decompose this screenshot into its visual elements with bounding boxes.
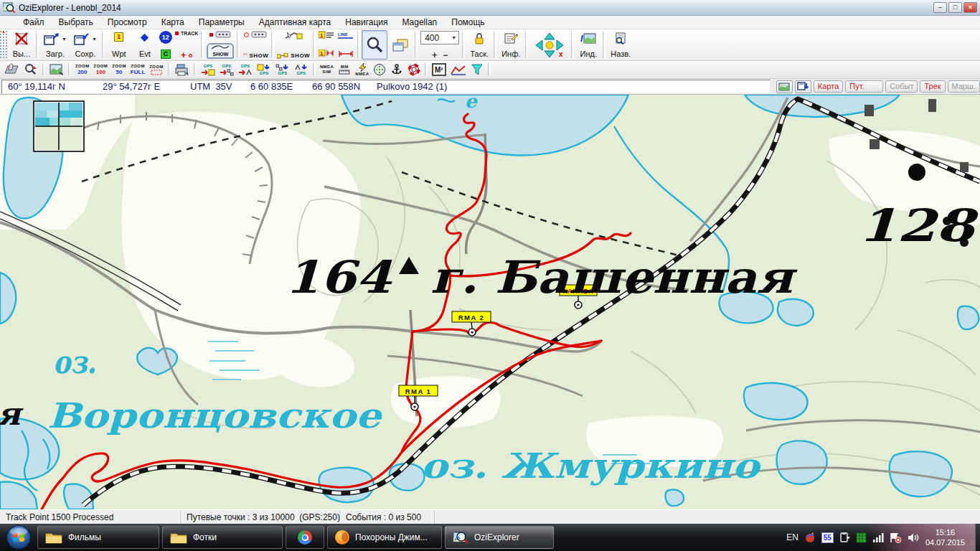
utm-zone-value: UTM 35V [190,81,250,92]
zoom-100-button[interactable]: ZOOM 100 [92,62,110,77]
menu-options[interactable]: Параметры [192,16,252,29]
svg-text:1: 1 [320,32,324,39]
menu-magellan[interactable]: Magellan [395,16,445,29]
gps-to-track-button[interactable]: GPS [217,62,236,77]
menu-select[interactable]: Выбрать [52,16,100,29]
nmea-monitor-button[interactable]: NMEA [353,62,371,77]
show-desktop-button[interactable] [975,524,980,551]
zoom-level-select[interactable]: 400 ▼ [420,31,459,44]
filter-button[interactable] [468,62,486,77]
volume-tray-icon[interactable] [908,532,920,543]
track-control-icon [215,31,231,38]
menu-map[interactable]: Карта [154,16,192,29]
waypoint-mode-button[interactable]: 1 Wpt [106,30,132,60]
map-viewport[interactable]: RMA 2 RMA 1 КАНАВА 164 г. Башенная [0,95,980,509]
menu-adaptive-map[interactable]: Адаптивная карта [252,16,339,29]
index-map-button[interactable]: I Инд. [575,30,601,60]
menu-navigation[interactable]: Навигация [338,16,395,29]
close-map-button[interactable]: Вы... [9,30,34,60]
map-overview-widget[interactable] [34,101,84,151]
map-image-button[interactable] [776,80,793,93]
map-scale-button[interactable]: M² [430,62,448,77]
info-button[interactable]: Инф. [498,30,524,60]
save-button[interactable]: ▼ Сохр. [70,30,100,60]
panel-button-route[interactable]: Марш. [948,80,980,93]
clipboard-tray-icon[interactable] [839,532,850,543]
svg-text:x: x [559,50,563,58]
zoom-window-button[interactable]: ZOOM [147,62,166,77]
show-waypoints-button[interactable]: °° SHOW [241,30,270,60]
profile-chart-button[interactable] [448,62,468,77]
toolbar-separator [201,32,204,58]
anchor-button[interactable] [388,62,405,77]
show-track-button[interactable]: SHOW [205,30,235,60]
pan-control[interactable]: x [529,30,570,60]
action-center-tray-icon[interactable] [890,532,902,543]
dropdown-arrow-icon[interactable]: ▼ [62,37,67,42]
route-to-gps-button[interactable]: GPS [292,62,311,77]
language-indicator[interactable]: EN [786,532,798,542]
zoom-200-button[interactable]: ZOOM 200 [73,62,92,77]
panel-button-waypoints[interactable]: Пут. точ. [845,80,883,93]
secondary-toolbar: ZOOM 200 ZOOM 100 ZOOM 50 ZOOM FULL ZOOM [0,61,980,79]
panel-button-track[interactable]: Трек [920,80,945,93]
magnifier-tool-button[interactable] [362,30,387,60]
line-tool-buttons[interactable]: LINE [336,30,356,60]
panel-button-events[interactable]: Событ [885,80,918,93]
map-canvas[interactable]: RMA 2 RMA 1 КАНАВА 164 г. Башенная [0,95,980,509]
find-position-button[interactable] [22,62,40,77]
taskbar-item-chrome[interactable] [286,526,324,549]
nmea-sim-button[interactable]: NMEA SIM [318,62,336,77]
waypoint-down-icon [257,64,271,71]
moving-map-button[interactable]: MM [336,62,353,77]
waypoint-to-gps-button[interactable]: GPS [255,62,273,77]
show-track-toggle[interactable]: SHOW [207,43,234,59]
save-position-button[interactable] [795,80,811,93]
status-bar: Track Point 1500 Processed Путевые точки… [0,509,980,524]
menu-help[interactable]: Помощь [444,16,491,29]
maximize-button[interactable]: □ [948,2,962,13]
drag-map-button[interactable] [1,62,22,77]
grid-tray-icon[interactable] [856,532,867,543]
zoom-full-button[interactable]: ZOOM FULL [128,62,147,77]
northing-value: 66 90 558N [312,81,377,92]
zoom-50-button[interactable]: ZOOM 50 [110,62,128,77]
gps-to-route-button[interactable]: GPS [236,62,255,77]
taskbar-item-movies[interactable]: Фильмы [37,526,159,549]
menu-file[interactable]: Файл [16,16,52,29]
task-button[interactable]: Таск. [466,30,492,60]
show-lines-button[interactable]: SHOW [275,30,311,60]
tray-clock[interactable]: 15:16 04.07.2015 [925,527,965,547]
track-mode-button[interactable]: TRACK + o [174,30,200,60]
waypoint-list-buttons[interactable]: 1 1 [317,30,336,60]
compass-button[interactable] [371,62,388,77]
zoom-in-button[interactable]: + [432,52,437,59]
event-mode-button[interactable]: Evt [132,30,158,60]
zoom-out-button[interactable]: − [443,52,448,59]
point-count-button[interactable]: 12 C [158,30,174,60]
cleaner-tray-icon[interactable] [804,532,816,543]
start-button[interactable] [6,524,32,550]
title-bar[interactable]: OziExplorer - Lenobl_2014 – □ × [0,0,980,16]
gps-to-waypoint-button[interactable]: GPS [199,62,217,77]
track-down-icon [275,64,290,71]
load-button[interactable]: ▼ Загр. [40,30,70,60]
pages-button[interactable] [387,30,413,60]
print-button[interactable] [173,62,192,77]
index-map-icon: I [580,32,596,44]
taskbar-item-photos[interactable]: Фотки [162,526,283,549]
track-to-gps-button[interactable]: GPS [273,62,292,77]
taskbar-item-oziexplorer[interactable]: OziExplorer [445,526,554,549]
combo-arrow-icon[interactable]: ▼ [451,35,458,40]
taskbar-item-firefox[interactable]: Похороны Джим... [327,526,442,549]
network-signal-tray-icon[interactable] [872,532,884,542]
minimize-button[interactable]: – [933,2,947,13]
panel-button-map[interactable]: Карта [814,80,843,93]
image-button[interactable] [47,62,66,77]
lifebuoy-button[interactable] [405,62,423,77]
name-search-button[interactable]: Назв. [607,30,634,60]
temperature-tray-badge[interactable]: 55 [821,532,834,543]
close-button[interactable]: × [963,2,977,13]
menu-view[interactable]: Просмотр [100,16,154,29]
dropdown-arrow-icon[interactable]: ▼ [92,37,97,42]
